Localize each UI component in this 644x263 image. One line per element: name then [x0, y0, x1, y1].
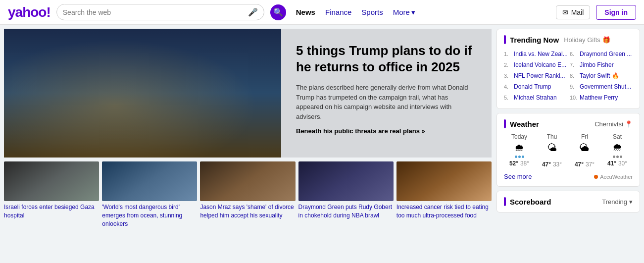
trending-item-0[interactable]: 1. India vs. New Zeal... — [504, 49, 567, 59]
news-item-4[interactable]: Increased cancer risk tied to eating too… — [396, 161, 492, 228]
trending-header: Trending Now Holiday Gifts 🎁 — [504, 35, 633, 44]
chevron-down-scoreboard-icon: ▾ — [629, 198, 633, 206]
main-layout: 5 things Trump plans to do if he returns… — [0, 25, 644, 228]
news-thumb-2 — [200, 161, 295, 201]
dot-2 — [518, 156, 521, 158]
news-item-1[interactable]: 'World's most dangerous bird' emerges fr… — [102, 161, 197, 228]
weather-days: Today 🌧 52° 38° Thu 🌤 — [504, 133, 633, 168]
crowd-background — [4, 29, 281, 158]
weather-dots-sat — [602, 156, 633, 158]
news-caption-0[interactable]: Israeli forces enter besieged Gaza hospi… — [4, 203, 99, 220]
hero-subtitle: The plans described here generally deriv… — [296, 83, 477, 121]
gift-icon: 🎁 — [602, 36, 610, 44]
hero-link[interactable]: Beneath his public threats are real plan… — [296, 127, 477, 135]
purple-bar-icon — [504, 35, 506, 44]
yahoo-logo: yahoo! — [8, 4, 50, 20]
weather-day-fri: Fri 🌥 47° 37° — [569, 133, 600, 168]
weather-day-today: Today 🌧 52° 38° — [504, 133, 535, 168]
weather-day-sat: Sat 🌨 41° 30° — [602, 133, 633, 168]
trending-item-8[interactable]: 9. Government Shut... — [570, 82, 633, 92]
header-right: ✉ Mail Sign in — [556, 5, 636, 20]
news-caption-1[interactable]: 'World's most dangerous bird' emerges fr… — [102, 203, 197, 228]
news-caption-4[interactable]: Increased cancer risk tied to eating too… — [396, 203, 492, 220]
weather-icon-fri: 🌥 — [569, 142, 600, 154]
weather-day-thu: Thu 🌤 47° 33° — [537, 133, 567, 168]
dot-1 — [515, 156, 517, 158]
purple-bar-weather-icon — [504, 119, 506, 128]
news-caption-2[interactable]: Jason Mraz says 'shame' of divorce helpe… — [200, 203, 295, 220]
search-bar: 🎤 — [56, 4, 264, 20]
accuweather-dot-icon — [594, 175, 598, 179]
trending-item-1[interactable]: 2. Iceland Volcano E... — [504, 60, 567, 70]
trending-box: Trending Now Holiday Gifts 🎁 1. India vs… — [496, 29, 640, 109]
mail-link[interactable]: ✉ Mail — [556, 5, 591, 19]
news-thumb-1 — [102, 161, 197, 201]
signin-button[interactable]: Sign in — [596, 5, 636, 20]
news-row: Israeli forces enter besieged Gaza hospi… — [4, 161, 492, 228]
trending-item-4[interactable]: 5. Michael Strahan — [504, 93, 567, 103]
trending-item-6[interactable]: 7. Jimbo Fisher — [570, 60, 633, 70]
weather-box: Weather Chernivtsi 📍 Today 🌧 — [496, 113, 640, 187]
accuweather-badge: AccuWeather — [594, 174, 633, 180]
weather-title: Weather — [504, 119, 539, 128]
news-thumb-3 — [298, 161, 394, 201]
location-pin-icon: 📍 — [625, 120, 633, 128]
news-caption-3[interactable]: Draymond Green puts Rudy Gobert in choke… — [298, 203, 394, 220]
dot-s3 — [620, 156, 622, 158]
dot-s1 — [613, 156, 615, 158]
dot-3 — [522, 156, 524, 158]
trending-holiday-tab[interactable]: Holiday Gifts 🎁 — [564, 36, 610, 44]
weather-icon-thu: 🌤 — [537, 142, 567, 154]
news-thumb-4 — [396, 161, 492, 201]
search-input[interactable] — [63, 8, 244, 16]
nav-sports[interactable]: Sports — [361, 8, 383, 16]
hero-section[interactable]: 5 things Trump plans to do if he returns… — [4, 29, 492, 158]
mail-icon: ✉ — [562, 8, 568, 16]
weather-dots-today — [504, 156, 535, 158]
weather-location[interactable]: Chernivtsi 📍 — [594, 120, 633, 128]
nav-news[interactable]: News — [296, 8, 315, 16]
trending-item-7[interactable]: 8. Taylor Swift 🔥 — [570, 71, 633, 81]
scoreboard-title: Scoreboard — [504, 197, 551, 206]
purple-bar-scoreboard-icon — [504, 197, 506, 206]
nav-more[interactable]: More ▾ — [393, 8, 415, 17]
main-nav: News Finance Sports More ▾ — [296, 8, 415, 17]
chevron-down-icon: ▾ — [411, 8, 415, 17]
search-button[interactable]: 🔍 — [270, 4, 286, 20]
scoreboard-trending-tab[interactable]: Trending ▾ — [602, 198, 633, 206]
header: yahoo! 🎤 🔍 News Finance Sports More ▾ ✉ … — [0, 0, 644, 25]
trending-title: Trending Now — [504, 35, 559, 44]
weather-footer: See more AccuWeather — [504, 173, 633, 180]
nav-finance[interactable]: Finance — [325, 8, 351, 16]
see-more-link[interactable]: See more — [504, 173, 532, 180]
trending-item-5[interactable]: 6. Draymond Green ... — [570, 49, 633, 59]
content-area: 5 things Trump plans to do if he returns… — [4, 29, 492, 228]
trending-item-2[interactable]: 3. NFL Power Ranki... — [504, 71, 567, 81]
weather-icon-sat: 🌨 — [602, 142, 633, 154]
hero-text-area: 5 things Trump plans to do if he returns… — [281, 29, 492, 158]
news-item-3[interactable]: Draymond Green puts Rudy Gobert in choke… — [298, 161, 394, 228]
hero-title: 5 things Trump plans to do if he returns… — [296, 43, 477, 75]
scoreboard-header: Scoreboard Trending ▾ — [504, 197, 633, 206]
news-thumb-0 — [4, 161, 99, 201]
hero-image — [4, 29, 281, 158]
trending-item-3[interactable]: 4. Donald Trump — [504, 82, 567, 92]
weather-header: Weather Chernivtsi 📍 — [504, 119, 633, 128]
news-item-0[interactable]: Israeli forces enter besieged Gaza hospi… — [4, 161, 99, 228]
microphone-icon[interactable]: 🎤 — [248, 7, 258, 17]
hero-image-bg — [4, 29, 281, 158]
trending-item-9[interactable]: 10. Matthew Perry — [570, 93, 633, 103]
trending-grid: 1. India vs. New Zeal... 6. Draymond Gre… — [504, 49, 633, 103]
sidebar: Trending Now Holiday Gifts 🎁 1. India vs… — [496, 29, 640, 228]
weather-icon-today: 🌧 — [504, 142, 535, 154]
scoreboard-box: Scoreboard Trending ▾ — [496, 191, 640, 212]
fire-icon: 🔥 — [612, 72, 619, 79]
news-item-2[interactable]: Jason Mraz says 'shame' of divorce helpe… — [200, 161, 295, 228]
dot-s2 — [616, 156, 619, 158]
